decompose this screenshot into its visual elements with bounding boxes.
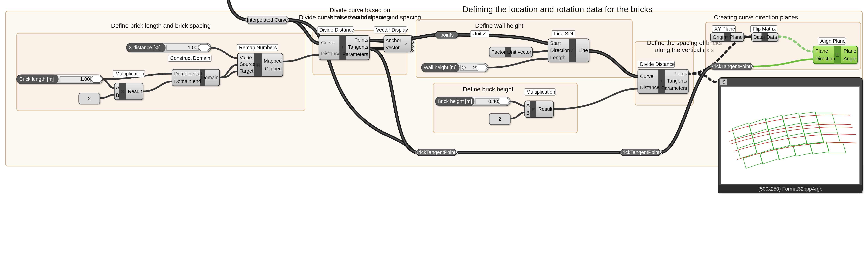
comp-vector-display[interactable]: Anchor Vector ↗: [384, 35, 414, 52]
svg-text:Result: Result: [538, 106, 553, 112]
matrix-icon: ▦: [763, 35, 767, 40]
svg-marker-66: [475, 64, 488, 71]
svg-text:Data: Data: [753, 34, 764, 40]
svg-text:Start: Start: [550, 40, 561, 46]
viewer-status: (500x250) Format32bppArgb: [758, 186, 823, 192]
svg-text:Vector: Vector: [385, 45, 400, 50]
label-mult2: Multiplication: [524, 89, 556, 95]
svg-text:Result: Result: [128, 89, 142, 94]
slider-x-distance[interactable]: X distance [%] 1.00: [126, 43, 211, 52]
big-title: Defining the location and rotation data …: [462, 5, 653, 14]
svg-text:A: A: [116, 85, 119, 90]
label-remap: Remap Numbers: [237, 44, 278, 51]
label-xy-plane: XY Plane: [712, 26, 735, 32]
label-multiplication: Multiplication: [113, 70, 145, 77]
comp-line-sdl[interactable]: Start Direction Length Line ╱: [548, 39, 589, 62]
svg-text:Plane: Plane: [730, 34, 743, 40]
svg-text:Source: Source: [240, 61, 255, 67]
svg-text:BrickTangentPoints: BrickTangentPoints: [415, 149, 458, 155]
label-vec-disp: Vector Display: [374, 27, 408, 33]
comp-divide-distance[interactable]: Curve Distance Points Tangents Parameter…: [319, 35, 369, 60]
svg-text:Line SDL: Line SDL: [554, 31, 575, 36]
svg-text:Multiplication: Multiplication: [526, 89, 555, 95]
multiply-icon: ✖: [531, 107, 535, 112]
svg-text:2: 2: [498, 116, 501, 122]
svg-text:Unit Z: Unit Z: [472, 31, 486, 36]
divide-icon: ✦: [659, 78, 663, 84]
group-title: Define brick length and brick spacing: [111, 22, 211, 29]
svg-text:Data: Data: [767, 34, 777, 40]
relay-points[interactable]: points: [434, 32, 459, 38]
svg-text:Points: Points: [354, 37, 368, 43]
svg-text:Divide Distance: Divide Distance: [319, 27, 354, 33]
comp-flip-matrix[interactable]: Data Data ▦: [751, 33, 778, 41]
plane-icon: ◫: [835, 52, 840, 57]
svg-text:points: points: [440, 32, 454, 38]
svg-text:Direction: Direction: [815, 56, 835, 61]
svg-text:Angle: Angle: [843, 56, 856, 61]
unitz-icon: ↑: [506, 50, 509, 55]
slider-brick-height[interactable]: Brick height [m] 0.40: [435, 97, 510, 106]
comp-xy-plane[interactable]: Origin Plane XY: [711, 33, 744, 41]
svg-point-64: [462, 66, 465, 69]
panel-two-b[interactable]: 2: [489, 113, 510, 125]
comp-unit-z[interactable]: Factor Unit vector ↑: [489, 47, 532, 57]
slider-wall-height[interactable]: Wall height [m] 2: [422, 63, 488, 72]
svg-text:Anchor: Anchor: [385, 38, 401, 43]
svg-marker-80: [498, 98, 510, 105]
svg-text:Value: Value: [240, 55, 252, 60]
label-flip-matrix: Flip Matrix: [750, 26, 777, 32]
svg-text:Mapped: Mapped: [264, 58, 282, 64]
gbh-title: Define brick height: [463, 86, 513, 93]
comp-divide-distance-2[interactable]: Curve Distance Points Tangents Parameter…: [638, 69, 688, 94]
svg-text:Vector Display: Vector Display: [376, 27, 408, 33]
comp-align-plane[interactable]: Plane Direction Plane Angle ◫: [813, 46, 858, 64]
svg-marker-4: [90, 76, 102, 82]
svg-text:Factor: Factor: [492, 49, 506, 55]
svg-text:XY Plane: XY Plane: [714, 26, 735, 32]
label-unit-z: Unit Z: [470, 31, 489, 37]
svg-text:Unit vector: Unit vector: [507, 49, 531, 55]
svg-text:Points: Points: [673, 71, 687, 76]
label-div-dist2: Divide Distance: [638, 61, 675, 67]
svg-text:B: B: [526, 110, 530, 116]
gd-l1: Divide curve based on: [330, 7, 390, 13]
domain-icon: I: [201, 75, 202, 79]
svg-text:Domain: Domain: [202, 75, 219, 80]
svg-text:Target: Target: [240, 68, 253, 74]
svg-text:BrickTangentPoints: BrickTangentPoints: [710, 64, 753, 69]
relay-btp3[interactable]: BrickTangentPoints: [710, 63, 753, 70]
svg-text:Align Plane: Align Plane: [820, 38, 845, 44]
gpl-title: Creating curve direction planes: [714, 14, 798, 21]
slider-brick-length[interactable]: Brick length [m] 1.00: [17, 75, 102, 84]
vector-icon: ↗: [404, 41, 408, 46]
gwh-title: Define wall height: [475, 22, 523, 29]
svg-text:Length: Length: [550, 55, 565, 60]
svg-text:0.40: 0.40: [488, 99, 498, 104]
svg-text:Curve: Curve: [321, 40, 335, 45]
remap-icon: ▦: [256, 62, 260, 67]
svg-text:2: 2: [88, 96, 91, 101]
svg-text:Interpolated Curve: Interpolated Curve: [247, 17, 288, 23]
svg-text:Distance: Distance: [321, 51, 341, 56]
image-viewer[interactable]: S: [718, 77, 863, 193]
slider-value: 1.00: [80, 76, 90, 82]
relay-btp2[interactable]: BrickTangentPoints: [619, 149, 662, 156]
svg-text:Line: Line: [579, 47, 588, 53]
comp-multiplication[interactable]: A B Result ✖: [114, 83, 143, 100]
svg-text:Tangents: Tangents: [348, 44, 368, 50]
relay-btp[interactable]: BrickTangentPoints: [415, 149, 458, 156]
label-align-plane: Align Plane: [818, 38, 846, 44]
svg-text:Domain start: Domain start: [174, 71, 203, 76]
panel-two-a[interactable]: 2: [79, 93, 100, 104]
comp-mult2[interactable]: A B Result ✖: [525, 101, 553, 118]
svg-text:Flip Matrix: Flip Matrix: [752, 26, 776, 32]
svg-text:Plane: Plane: [843, 48, 856, 54]
comp-remap[interactable]: Value Source Target Mapped Clipped ▦: [237, 53, 283, 76]
label-div-dist: Divide Distance: [317, 27, 354, 33]
comp-construct-domain[interactable]: Domain start Domain end Domain I: [172, 69, 220, 86]
svg-text:Curve: Curve: [640, 73, 653, 79]
svg-text:Remap Numbers: Remap Numbers: [239, 45, 277, 50]
param-interpolated-curve[interactable]: Interpolated Curve: [245, 16, 289, 24]
slider-label: Brick length [m]: [20, 76, 54, 82]
